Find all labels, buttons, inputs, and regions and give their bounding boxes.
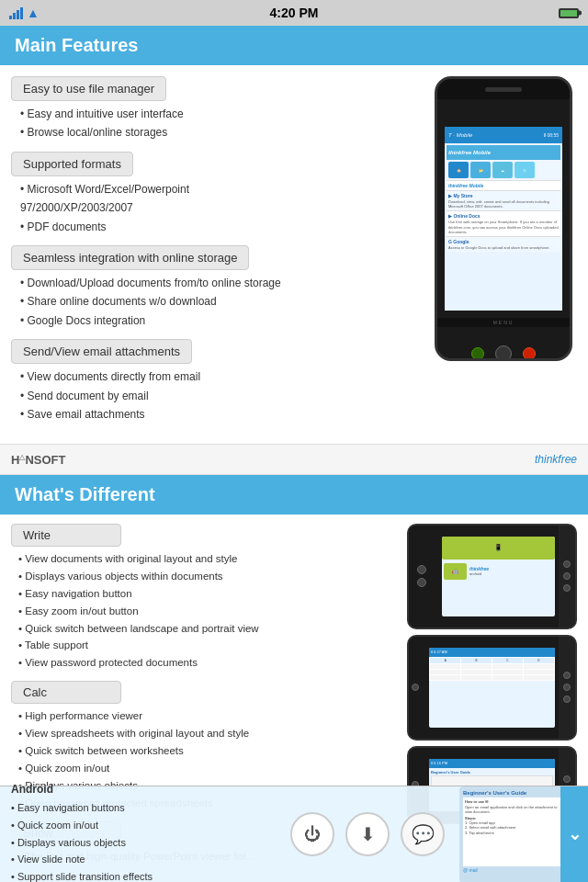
list-item: • High performance viewer [18,707,400,725]
overlay-left: Android • Easy navigation buttons • Quic… [0,775,276,882]
feature-group-online-storage: Seamless integration with online storage… [11,245,421,330]
battery-icon [559,8,579,18]
main-features-section: Easy to use file manager • Easy and intu… [0,65,588,444]
status-bar: ▲ 4:20 PM [0,0,588,26]
feature-items-online-storage: • Download/Upload documents from/to onli… [11,274,421,330]
scroll-down-button[interactable]: ⌄ [560,786,588,883]
wd-group-write: Write • View documents with original lay… [11,524,400,673]
feature-items-formats: • Microsoft Word/Excel/Powerpoint 97/200… [11,180,421,236]
thinkfree-logo: thinkfree [535,453,577,466]
overlay-row: Android • Easy navigation buttons • Quic… [0,786,588,882]
list-item: • Displays various objects [11,834,265,852]
features-list: Easy to use file manager • Easy and intu… [11,76,421,433]
wd-phone-calc: Ⅱ 6:27 AM A B C D [407,635,577,741]
feature-group-email: Send/View email attachments • View docum… [11,339,421,424]
main-features-header: Main Features [0,26,588,65]
wd-phone-screen-write: 📱 🤖 thinkfree android [442,537,555,616]
feature-label-email: Send/View email attachments [11,339,192,364]
whats-different-header: What's Different [0,475,588,514]
wd-phone-side-write [559,526,575,628]
list-item: • View documents directly from email [20,368,421,386]
phone-image-main: T · Mobile Ⅱ 08:55 thinkfree Mobile 🏠 📂 … [430,76,577,433]
overlay-items: • Easy navigation buttons • Quick zoom i… [11,799,265,882]
phone-top-bar [437,79,570,99]
list-item: • Quick switch between worksheets [18,742,400,760]
overlay-platform: Android [11,783,265,796]
list-item: 97/2000/XP/2003/2007 [20,198,421,217]
list-item: • Displays various objects within docume… [18,568,400,585]
phone-mockup-main: T · Mobile Ⅱ 08:55 thinkfree Mobile 🏠 📂 … [435,76,572,361]
bottom-overlay: Android • Easy navigation buttons • Quic… [0,786,588,882]
download-icon[interactable]: ⬇ [345,812,390,856]
hansoft-logo: H△NSOFT [11,452,65,466]
list-item: • Share online documents w/o download [20,292,421,311]
status-icons-left: ▲ [9,6,40,20]
feature-label-online-storage: Seamless integration with online storage [11,245,249,270]
list-item: • Support slide transition effects [11,868,265,882]
list-item: • View documents with original layout an… [18,550,400,568]
wifi-icon: ▲ [27,6,40,20]
list-item: • Easy zoom in/out button [18,603,400,620]
list-item: • Table support [18,637,400,654]
feature-items-email: • View documents directly from email • S… [11,368,421,424]
list-item: • Download/Upload documents from/to onli… [20,274,421,292]
status-time: 4:20 PM [270,6,319,20]
feature-label-file-manager: Easy to use file manager [11,76,166,101]
list-item: • Google Docs integration [20,311,421,330]
signal-bars-icon [9,6,23,19]
list-item: • PDF documents [20,218,421,236]
list-item: • Easy navigation buttons [11,799,265,817]
list-item: • Easy navigation button [18,585,400,603]
phone-speaker [485,87,522,92]
phone-screen-header: T · Mobile Ⅱ 08:55 [445,127,562,143]
status-icons-right [559,8,579,18]
list-item: • Quick zoom in/out [11,817,265,834]
wd-phone-write: 📱 🤖 thinkfree android [407,524,577,629]
list-item: • View slide note [11,851,265,868]
list-item: • Send document by email [20,387,421,405]
list-item: • Easy and intuitive user interface [20,105,421,123]
branding-bar: H△NSOFT thinkfree [0,444,588,474]
feature-group-file-manager: Easy to use file manager • Easy and intu… [11,76,421,142]
feature-group-formats: Supported formats • Microsoft Word/Excel… [11,152,421,236]
feature-items-file-manager: • Easy and intuitive user interface • Br… [11,105,421,142]
list-item: • View spreadsheets with original layout… [18,725,400,742]
list-item: • Quick switch between landscape and por… [18,620,400,638]
overlay-icons: ⏻ ⬇ 💬 [276,812,459,856]
feature-label-formats: Supported formats [11,152,133,176]
list-item: • Microsoft Word/Excel/Powerpoint [20,180,421,198]
list-item: • Browse local/online storages [20,123,421,141]
list-item: • Save email attachments [20,405,421,424]
wd-label-calc: Calc [11,681,121,704]
overlay-phone-area: Beginner's User's Guide How to use ✉ Ope… [459,786,588,883]
wd-items-write: • View documents with original layout an… [11,550,400,673]
power-icon[interactable]: ⏻ [290,812,334,856]
list-item: • View password protected documents [18,654,400,672]
phone-screen-body: thinkfree Mobile 🏠 📂 ☁ G thinkfree Mobil… [445,143,562,311]
phone-screen-main: T · Mobile Ⅱ 08:55 thinkfree Mobile 🏠 📂 … [445,127,562,311]
chat-icon[interactable]: 💬 [401,812,445,856]
hansoft-text: H△NSOFT [11,453,65,467]
phone-nav [437,331,570,361]
wd-phone-screen-calc: Ⅱ 6:27 AM A B C D [429,648,555,728]
wd-label-write: Write [11,524,121,547]
wd-phone-side-calc [559,637,575,739]
